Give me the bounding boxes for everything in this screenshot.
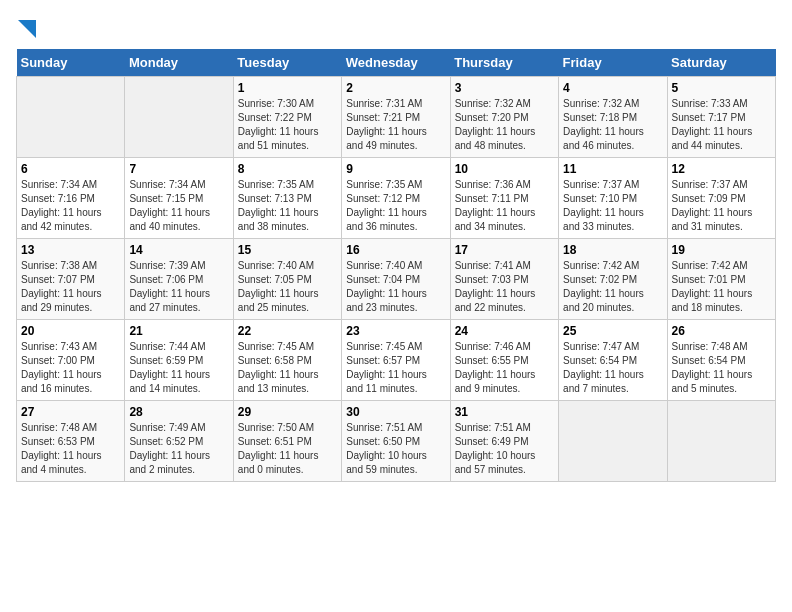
- day-cell: 14Sunrise: 7:39 AMSunset: 7:06 PMDayligh…: [125, 238, 233, 319]
- day-number: 21: [129, 324, 228, 338]
- day-number: 2: [346, 81, 445, 95]
- day-number: 14: [129, 243, 228, 257]
- day-info: Sunrise: 7:50 AMSunset: 6:51 PMDaylight:…: [238, 421, 337, 477]
- day-number: 16: [346, 243, 445, 257]
- week-row-5: 27Sunrise: 7:48 AMSunset: 6:53 PMDayligh…: [17, 400, 776, 481]
- day-cell: 3Sunrise: 7:32 AMSunset: 7:20 PMDaylight…: [450, 76, 558, 157]
- svg-marker-0: [18, 20, 36, 38]
- day-info: Sunrise: 7:33 AMSunset: 7:17 PMDaylight:…: [672, 97, 771, 153]
- column-header-friday: Friday: [559, 49, 667, 77]
- column-header-monday: Monday: [125, 49, 233, 77]
- day-info: Sunrise: 7:41 AMSunset: 7:03 PMDaylight:…: [455, 259, 554, 315]
- day-cell: 22Sunrise: 7:45 AMSunset: 6:58 PMDayligh…: [233, 319, 341, 400]
- day-cell: 2Sunrise: 7:31 AMSunset: 7:21 PMDaylight…: [342, 76, 450, 157]
- day-number: 6: [21, 162, 120, 176]
- day-info: Sunrise: 7:32 AMSunset: 7:18 PMDaylight:…: [563, 97, 662, 153]
- logo: [16, 16, 36, 39]
- day-cell: 31Sunrise: 7:51 AMSunset: 6:49 PMDayligh…: [450, 400, 558, 481]
- week-row-1: 1Sunrise: 7:30 AMSunset: 7:22 PMDaylight…: [17, 76, 776, 157]
- day-cell: 5Sunrise: 7:33 AMSunset: 7:17 PMDaylight…: [667, 76, 775, 157]
- week-row-2: 6Sunrise: 7:34 AMSunset: 7:16 PMDaylight…: [17, 157, 776, 238]
- day-info: Sunrise: 7:34 AMSunset: 7:16 PMDaylight:…: [21, 178, 120, 234]
- day-number: 30: [346, 405, 445, 419]
- day-info: Sunrise: 7:48 AMSunset: 6:53 PMDaylight:…: [21, 421, 120, 477]
- column-header-saturday: Saturday: [667, 49, 775, 77]
- day-info: Sunrise: 7:49 AMSunset: 6:52 PMDaylight:…: [129, 421, 228, 477]
- day-info: Sunrise: 7:37 AMSunset: 7:10 PMDaylight:…: [563, 178, 662, 234]
- day-number: 5: [672, 81, 771, 95]
- day-number: 8: [238, 162, 337, 176]
- week-row-4: 20Sunrise: 7:43 AMSunset: 7:00 PMDayligh…: [17, 319, 776, 400]
- day-cell: 27Sunrise: 7:48 AMSunset: 6:53 PMDayligh…: [17, 400, 125, 481]
- day-number: 10: [455, 162, 554, 176]
- day-number: 26: [672, 324, 771, 338]
- day-number: 17: [455, 243, 554, 257]
- day-cell: 12Sunrise: 7:37 AMSunset: 7:09 PMDayligh…: [667, 157, 775, 238]
- day-info: Sunrise: 7:30 AMSunset: 7:22 PMDaylight:…: [238, 97, 337, 153]
- day-number: 27: [21, 405, 120, 419]
- day-number: 25: [563, 324, 662, 338]
- day-cell: 11Sunrise: 7:37 AMSunset: 7:10 PMDayligh…: [559, 157, 667, 238]
- day-cell: 24Sunrise: 7:46 AMSunset: 6:55 PMDayligh…: [450, 319, 558, 400]
- day-cell: 1Sunrise: 7:30 AMSunset: 7:22 PMDaylight…: [233, 76, 341, 157]
- day-cell: 18Sunrise: 7:42 AMSunset: 7:02 PMDayligh…: [559, 238, 667, 319]
- header: [16, 16, 776, 39]
- day-cell: 4Sunrise: 7:32 AMSunset: 7:18 PMDaylight…: [559, 76, 667, 157]
- day-cell: 15Sunrise: 7:40 AMSunset: 7:05 PMDayligh…: [233, 238, 341, 319]
- day-cell: 25Sunrise: 7:47 AMSunset: 6:54 PMDayligh…: [559, 319, 667, 400]
- day-number: 22: [238, 324, 337, 338]
- calendar-table: SundayMondayTuesdayWednesdayThursdayFrid…: [16, 49, 776, 482]
- day-info: Sunrise: 7:45 AMSunset: 6:57 PMDaylight:…: [346, 340, 445, 396]
- week-row-3: 13Sunrise: 7:38 AMSunset: 7:07 PMDayligh…: [17, 238, 776, 319]
- day-info: Sunrise: 7:47 AMSunset: 6:54 PMDaylight:…: [563, 340, 662, 396]
- day-number: 4: [563, 81, 662, 95]
- day-cell: 29Sunrise: 7:50 AMSunset: 6:51 PMDayligh…: [233, 400, 341, 481]
- day-number: 23: [346, 324, 445, 338]
- column-header-tuesday: Tuesday: [233, 49, 341, 77]
- day-number: 3: [455, 81, 554, 95]
- day-cell: 19Sunrise: 7:42 AMSunset: 7:01 PMDayligh…: [667, 238, 775, 319]
- day-number: 28: [129, 405, 228, 419]
- day-cell: 20Sunrise: 7:43 AMSunset: 7:00 PMDayligh…: [17, 319, 125, 400]
- logo-icon: [18, 20, 36, 38]
- day-cell: [667, 400, 775, 481]
- day-number: 18: [563, 243, 662, 257]
- day-cell: 28Sunrise: 7:49 AMSunset: 6:52 PMDayligh…: [125, 400, 233, 481]
- day-cell: 8Sunrise: 7:35 AMSunset: 7:13 PMDaylight…: [233, 157, 341, 238]
- day-cell: 9Sunrise: 7:35 AMSunset: 7:12 PMDaylight…: [342, 157, 450, 238]
- day-info: Sunrise: 7:51 AMSunset: 6:50 PMDaylight:…: [346, 421, 445, 477]
- column-header-thursday: Thursday: [450, 49, 558, 77]
- column-header-sunday: Sunday: [17, 49, 125, 77]
- day-number: 15: [238, 243, 337, 257]
- day-number: 7: [129, 162, 228, 176]
- day-cell: 17Sunrise: 7:41 AMSunset: 7:03 PMDayligh…: [450, 238, 558, 319]
- day-info: Sunrise: 7:44 AMSunset: 6:59 PMDaylight:…: [129, 340, 228, 396]
- day-info: Sunrise: 7:48 AMSunset: 6:54 PMDaylight:…: [672, 340, 771, 396]
- day-info: Sunrise: 7:38 AMSunset: 7:07 PMDaylight:…: [21, 259, 120, 315]
- day-info: Sunrise: 7:51 AMSunset: 6:49 PMDaylight:…: [455, 421, 554, 477]
- day-info: Sunrise: 7:35 AMSunset: 7:12 PMDaylight:…: [346, 178, 445, 234]
- day-cell: 23Sunrise: 7:45 AMSunset: 6:57 PMDayligh…: [342, 319, 450, 400]
- day-info: Sunrise: 7:45 AMSunset: 6:58 PMDaylight:…: [238, 340, 337, 396]
- day-cell: 21Sunrise: 7:44 AMSunset: 6:59 PMDayligh…: [125, 319, 233, 400]
- day-number: 20: [21, 324, 120, 338]
- calendar-header-row: SundayMondayTuesdayWednesdayThursdayFrid…: [17, 49, 776, 77]
- day-info: Sunrise: 7:40 AMSunset: 7:04 PMDaylight:…: [346, 259, 445, 315]
- day-number: 19: [672, 243, 771, 257]
- day-info: Sunrise: 7:31 AMSunset: 7:21 PMDaylight:…: [346, 97, 445, 153]
- day-info: Sunrise: 7:40 AMSunset: 7:05 PMDaylight:…: [238, 259, 337, 315]
- day-cell: 30Sunrise: 7:51 AMSunset: 6:50 PMDayligh…: [342, 400, 450, 481]
- day-info: Sunrise: 7:35 AMSunset: 7:13 PMDaylight:…: [238, 178, 337, 234]
- day-number: 24: [455, 324, 554, 338]
- day-cell: 13Sunrise: 7:38 AMSunset: 7:07 PMDayligh…: [17, 238, 125, 319]
- day-info: Sunrise: 7:32 AMSunset: 7:20 PMDaylight:…: [455, 97, 554, 153]
- day-info: Sunrise: 7:34 AMSunset: 7:15 PMDaylight:…: [129, 178, 228, 234]
- day-info: Sunrise: 7:42 AMSunset: 7:02 PMDaylight:…: [563, 259, 662, 315]
- day-cell: [559, 400, 667, 481]
- column-header-wednesday: Wednesday: [342, 49, 450, 77]
- day-info: Sunrise: 7:36 AMSunset: 7:11 PMDaylight:…: [455, 178, 554, 234]
- day-number: 12: [672, 162, 771, 176]
- day-cell: [125, 76, 233, 157]
- day-number: 1: [238, 81, 337, 95]
- day-cell: 10Sunrise: 7:36 AMSunset: 7:11 PMDayligh…: [450, 157, 558, 238]
